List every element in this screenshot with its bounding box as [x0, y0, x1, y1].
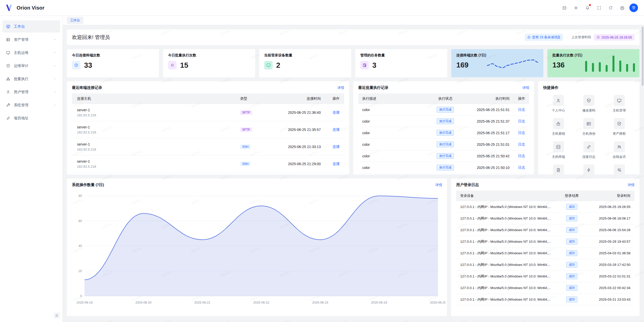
- connect-link[interactable]: 连接: [333, 162, 340, 166]
- unread-messages-tag[interactable]: 您有 15 条未读消息: [525, 34, 563, 41]
- login-result-badge: 成功: [566, 262, 577, 268]
- login-time: 2025-03-22 01:01:31: [584, 274, 634, 278]
- welcome-title: 欢迎回来! 管理员: [72, 34, 110, 41]
- table-row: server-1182.92.5.218SSH2025-06-25 21:29:…: [72, 155, 344, 172]
- settings-button[interactable]: [618, 4, 626, 12]
- connect-time: 2025-06-25 21:29:00: [265, 162, 321, 166]
- log-link[interactable]: 日志: [518, 108, 525, 112]
- quick-actions-grid: 个人中心修改密码主机管理主机密钥主机身份资产授权主机终端连接日志在线会话文件操作…: [543, 95, 634, 182]
- code-button[interactable]: [560, 4, 569, 12]
- storage-icon: [6, 38, 10, 42]
- sidebar-item-ops-audit[interactable]: 运维审计: [3, 60, 60, 72]
- table-row: 127.0.0.1 - 内网IP - Mozilla/5.0 (Windows …: [456, 201, 634, 213]
- svg-text:{}: {}: [171, 64, 174, 66]
- notifications-button[interactable]: [583, 4, 592, 12]
- log-link[interactable]: 日志: [518, 131, 525, 135]
- sidebar-item-label: 主机运维: [14, 50, 54, 55]
- notification-badge: [589, 4, 591, 6]
- watermark-text: admin: [574, 318, 585, 322]
- theme-button[interactable]: [572, 4, 580, 12]
- sidebar-item-batch-execution[interactable]: 批量执行: [3, 73, 60, 85]
- batch-table: 执行描述执行状态执行时间操作color执行完成2025-06-25 21:51:…: [358, 93, 529, 173]
- terminal-detail-link[interactable]: 详情: [337, 86, 344, 90]
- app-logo: Orion Visor: [0, 4, 45, 12]
- exec-status-badge: 执行完成: [437, 153, 454, 159]
- exec-status-badge: 执行完成: [437, 141, 454, 147]
- exec-description: color: [358, 119, 430, 123]
- table-row: server-1182.92.5.218SFTP2025-06-25 21:36…: [72, 104, 344, 121]
- login-device: 127.0.0.1 - 内网IP - Mozilla/5.0 (Windows …: [456, 239, 560, 244]
- host-cell: server-1182.92.5.218: [72, 159, 240, 168]
- sidebar-item-label: 运维审计: [14, 63, 54, 68]
- log-link[interactable]: 日志: [518, 142, 525, 146]
- lock-icon: [556, 121, 561, 126]
- quick-action-label: 主机终端: [552, 155, 565, 159]
- sidebar-item-asset-management[interactable]: 资产管理: [3, 33, 60, 46]
- exec-description: color: [358, 166, 430, 170]
- connect-link[interactable]: 连接: [333, 145, 340, 149]
- executions-sparkline: [585, 55, 635, 72]
- sidebar-item-label: 工作台: [14, 24, 57, 29]
- login-detail-link[interactable]: 详情: [628, 183, 634, 187]
- tab-workbench[interactable]: 工作台: [67, 17, 83, 24]
- quick-actions-panel: 快捷操作 个人中心修改密码主机管理主机密钥主机身份资产授权主机终端连接日志在线会…: [538, 81, 639, 174]
- table-row: 127.0.0.1 - 内网IP - Mozilla/5.0 (Windows …: [456, 213, 634, 224]
- quick-action-change-password[interactable]: 修改密码: [574, 95, 604, 113]
- table-row: 127.0.0.1 - 内网IP - Mozilla/5.0 (Windows …: [456, 282, 634, 294]
- main-content: 欢迎回来! 管理员 您有 15 条未读消息 上次登录时间 2025-06-25 …: [63, 25, 644, 322]
- login-time: 2025-05-29 19:43:57: [584, 240, 634, 243]
- login-result-badge: 成功: [566, 216, 577, 221]
- log-link[interactable]: 日志: [518, 119, 525, 123]
- sidebar-item-system-management[interactable]: 系统管理: [3, 99, 60, 111]
- quick-action-host-identities[interactable]: 主机身份: [574, 118, 604, 136]
- connect-link[interactable]: 连接: [333, 110, 340, 114]
- quick-action-personal-center[interactable]: 个人中心: [543, 95, 574, 113]
- login-time: 2025-06-06 15:54:26: [584, 228, 634, 232]
- log-link[interactable]: 日志: [518, 165, 525, 169]
- quick-action-host-management[interactable]: 主机管理: [604, 95, 634, 113]
- column-header: 操作: [509, 96, 529, 101]
- stat-label: 今日批量执行次数: [168, 53, 250, 58]
- exec-time: 2025-06-25 21:50:10: [460, 166, 509, 170]
- terminal-table: 连接主机类型连接时间操作server-1182.92.5.218SFTP2025…: [72, 93, 344, 172]
- svg-text:2025-06-21: 2025-06-21: [194, 301, 210, 304]
- batch-detail-link[interactable]: 详情: [522, 86, 529, 90]
- quick-action-host-keys[interactable]: 主机密钥: [543, 118, 574, 136]
- bottom-row: 系统操作数量 (7日) 详情 0204060802025-06-192025-0…: [67, 178, 639, 316]
- chevron-down-icon: [54, 38, 57, 41]
- fullscreen-button[interactable]: [595, 4, 603, 12]
- table-row: 127.0.0.1 - 内网IP - Mozilla/5.0 (Windows …: [456, 259, 634, 271]
- sidebar-item-project-url[interactable]: 项目地址: [3, 112, 60, 124]
- column-header: 登录时间: [584, 194, 634, 198]
- sidebar-item-host-ops[interactable]: 主机运维: [3, 47, 60, 59]
- sidebar-item-workbench[interactable]: 工作台: [3, 20, 60, 32]
- sidebar-collapse-button[interactable]: [53, 312, 60, 319]
- table-row: color执行完成2025-06-25 21:50:10日志: [358, 162, 529, 173]
- quick-action-asset-authorization[interactable]: 资产授权: [604, 118, 634, 136]
- user-avatar[interactable]: 管: [629, 4, 638, 12]
- exec-description: color: [358, 142, 430, 147]
- watermark-text: admin: [279, 318, 290, 322]
- id-card-icon: [586, 121, 591, 126]
- host-name: server-1: [77, 159, 240, 163]
- quick-action-connection-logs[interactable]: 连接日志: [574, 141, 604, 159]
- refresh-button[interactable]: [606, 4, 615, 12]
- user-icon: [6, 90, 10, 94]
- stat-card-today-executions: 今日批量执行次数{}15: [163, 49, 255, 77]
- quick-action-label: 连接日志: [582, 155, 595, 159]
- quick-action-host-terminal[interactable]: 主机终端: [543, 141, 574, 159]
- log-link[interactable]: 日志: [518, 154, 525, 158]
- app-header: Orion Visor 管: [0, 0, 644, 16]
- ops-detail-link[interactable]: 详情: [435, 183, 442, 187]
- sidebar-item-user-management[interactable]: 用户管理: [3, 86, 60, 98]
- exec-status-badge: 执行完成: [437, 118, 454, 124]
- stat-label: 今日连接终端次数: [72, 53, 154, 58]
- quick-action-label: 修改密码: [582, 108, 595, 113]
- connect-link[interactable]: 连接: [333, 127, 340, 131]
- login-device: 127.0.0.1 - 内网IP - Mozilla/5.0 (Windows …: [456, 216, 560, 221]
- quick-action-online-sessions[interactable]: 在线会话: [604, 141, 634, 159]
- page-scrollbar[interactable]: [642, 27, 643, 86]
- quick-action-label: 个人中心: [552, 108, 565, 113]
- chevron-down-icon: [54, 51, 57, 54]
- login-time: 2025-06-06 16:08:17: [584, 217, 634, 220]
